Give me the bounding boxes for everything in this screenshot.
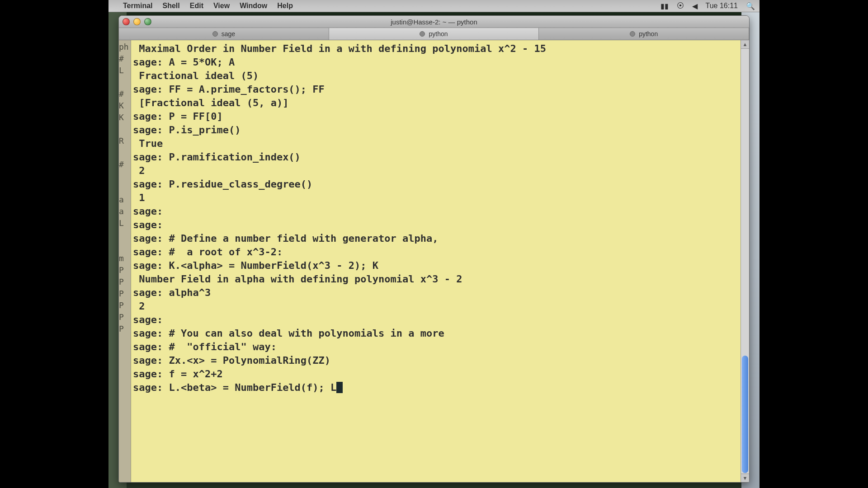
desktop: Terminal Shell Edit View Window Help ▮▮ … (108, 0, 760, 488)
tab-label: python (429, 30, 448, 38)
terminal-line: sage: P.residue_class_degree() (133, 178, 738, 191)
terminal-line: sage: FF = A.prime_factors(); FF (133, 83, 738, 96)
tab-close-icon[interactable] (420, 31, 425, 37)
tab-close-icon[interactable] (212, 31, 218, 37)
terminal-line: sage: # "official" way: (133, 340, 738, 354)
terminal-line: Number Field in alpha with defining poly… (133, 272, 738, 286)
scrollbar-thumb[interactable] (742, 356, 748, 473)
terminal-line: sage: Zx.<x> = PolynomialRing(ZZ) (133, 354, 738, 367)
terminal-window: justin@Hasse-2: ~ — python sage python p… (118, 15, 750, 483)
terminal-line: [Fractional ideal (5, a)] (133, 96, 738, 110)
terminal-line: sage: # Define a number field with gener… (133, 232, 738, 245)
terminal-tab-bar: sage python python (119, 28, 749, 40)
terminal-tab-python-2[interactable]: python (539, 28, 749, 40)
terminal-line: sage: K.<alpha> = NumberField(x^3 - 2); … (133, 259, 738, 272)
wifi-icon[interactable]: ⦿ (677, 2, 684, 10)
window-title: justin@Hasse-2: ~ — python (119, 18, 749, 26)
terminal-viewport[interactable]: Maximal Order in Number Field in a with … (131, 40, 741, 482)
terminal-line: sage: (133, 218, 738, 232)
terminal-line: sage: alpha^3 (133, 286, 738, 300)
menu-app-name[interactable]: Terminal (123, 2, 153, 10)
terminal-line: sage: (133, 313, 738, 327)
menu-clock[interactable]: Tue 16:11 (706, 2, 738, 10)
terminal-line: 1 (133, 191, 738, 205)
terminal-line: sage: f = x^2+2 (133, 367, 738, 381)
mac-menu-bar: Terminal Shell Edit View Window Help ▮▮ … (108, 0, 760, 12)
terminal-line: sage: # a root of x^3-2: (133, 245, 738, 259)
terminal-line: sage: P.is_prime() (133, 123, 738, 137)
menu-edit[interactable]: Edit (190, 2, 203, 10)
terminal-line: 2 (133, 164, 738, 178)
menu-shell[interactable]: Shell (163, 2, 180, 10)
terminal-line: sage: P = FF[0] (133, 110, 738, 123)
terminal-tab-python-active[interactable]: python (329, 28, 539, 40)
terminal-line: sage: L.<beta> = NumberField(f); L (133, 381, 738, 394)
terminal-line: sage: # You can also deal with polynomia… (133, 327, 738, 340)
scrollbar-up-arrow[interactable]: ▲ (741, 40, 749, 49)
terminal-line: 2 (133, 300, 738, 313)
menu-help[interactable]: Help (277, 2, 293, 10)
tab-label: python (639, 30, 658, 38)
battery-icon[interactable]: ▮▮ (660, 2, 669, 10)
terminal-cursor (336, 382, 342, 393)
terminal-line: Maximal Order in Number Field in a with … (133, 42, 738, 56)
terminal-tab-sage[interactable]: sage (119, 28, 329, 40)
terminal-scrollbar[interactable]: ▲ ▼ (741, 40, 749, 482)
terminal-line: True (133, 137, 738, 150)
window-titlebar[interactable]: justin@Hasse-2: ~ — python (119, 16, 749, 28)
terminal-line: sage: (133, 205, 738, 218)
background-terminal-gutter: ph # L # K K R # a a L m P P P P P P (119, 40, 131, 482)
menu-view[interactable]: View (213, 2, 230, 10)
menu-window[interactable]: Window (240, 2, 267, 10)
volume-icon[interactable]: ◀ (692, 2, 698, 10)
terminal-body: ph # L # K K R # a a L m P P P P P P Max… (119, 40, 749, 482)
terminal-line: sage: A = 5*OK; A (133, 56, 738, 69)
terminal-line: sage: P.ramification_index() (133, 150, 738, 164)
tab-close-icon[interactable] (630, 31, 635, 37)
tab-label: sage (222, 30, 235, 38)
terminal-line: Fractional ideal (5) (133, 69, 738, 83)
spotlight-icon[interactable]: 🔍 (746, 2, 755, 10)
scrollbar-down-arrow[interactable]: ▼ (741, 474, 749, 482)
